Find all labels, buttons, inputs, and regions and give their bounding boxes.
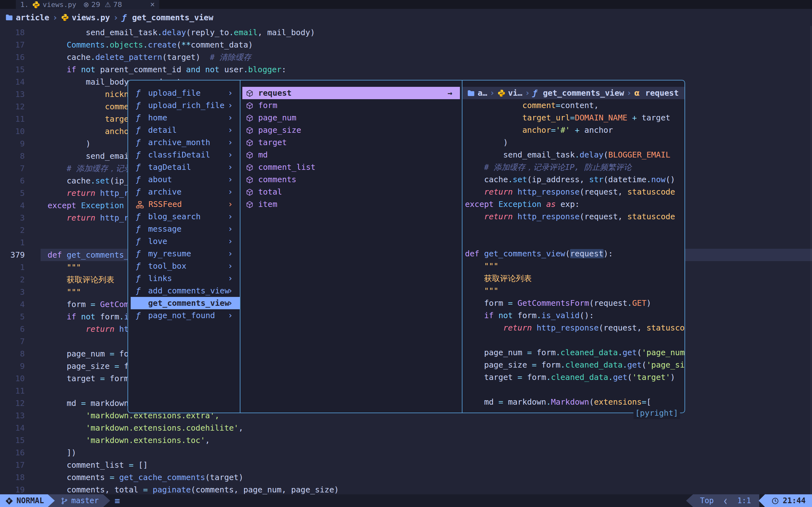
line-number: 7 [0,162,48,175]
navbuddy-parent-panel: ƒupload_file›ƒupload_rich_file›ƒhome›ƒde… [128,80,241,412]
breadcrumb-item[interactable]: ƒget_comments_view [122,13,213,22]
tab-views-py[interactable]: 1. views.py ⊗ 29 ⚠ 78 × [16,0,159,9]
symbol-links[interactable]: ƒlinks› [128,272,240,285]
symbol-get_comments_view[interactable]: ƒget_comments_view› [131,297,240,309]
preview-code-line: # 添加缓存，记录评论IP, 防止频繁评论 [462,161,684,173]
line-number: 14 [0,76,48,88]
line-number: 18 [0,26,48,39]
scroll-position: Top [700,496,714,505]
scroll-cursor-position: Top ‹ 1:1 [686,494,759,507]
symbol-archive[interactable]: ƒarchive› [128,186,240,198]
symbol-upload_file[interactable]: ƒupload_file› [128,87,240,99]
symbol-love[interactable]: ƒlove› [128,235,240,247]
code-line[interactable]: 15 if not parent_comment_id and not user… [0,63,812,76]
code-line[interactable]: 17 Comments.objects.create(**comment_dat… [0,39,812,51]
symbol-about[interactable]: ƒabout› [128,173,240,186]
chevron-right-icon: › [228,297,233,309]
symbol-add_comments_view[interactable]: ƒadd_comments_view› [128,285,240,297]
class-icon [136,201,144,209]
preview-code-line: md = markdown.Markdown(extensions=[ [462,396,684,408]
statusline: NORMAL master ≡ Top ‹ 1:1 21:44 [0,494,812,507]
function-icon: ƒ [136,286,141,295]
breadcrumb-item[interactable]: αrequest [634,87,679,99]
line-number: 13 [0,88,48,101]
chevron-right-icon: › [228,161,233,173]
chevron-right-icon: › [228,124,233,136]
symbol-page_not_found[interactable]: ƒpage_not_found› [128,309,240,322]
preview-code-line: if not form.is_valid(): [462,309,684,322]
line-number: 2 [0,224,48,236]
clock: 21:44 [759,494,812,507]
preview-code-line [462,334,684,346]
symbol-blog_search[interactable]: ƒblog_search› [128,210,240,223]
breadcrumb-item[interactable]: ƒget_comments_view [532,87,624,99]
symbol-form[interactable]: form [241,99,462,112]
line-number: 17 [0,459,48,471]
git-branch-icon [61,496,68,505]
breadcrumb-item[interactable]: vi… [497,87,522,99]
function-icon: ƒ [532,87,537,99]
symbol-request[interactable]: request→ [242,87,460,99]
symbol-home[interactable]: ƒhome› [128,112,240,124]
variable-icon [246,102,254,110]
mode-indicator: NORMAL [0,494,55,507]
symbol-tagDetail[interactable]: ƒtagDetail› [128,161,240,173]
python-icon [32,0,40,9]
code-line[interactable]: 15 'markdown.extensions.toc', [0,434,812,447]
chevron-right-icon: › [52,12,58,23]
symbol-upload_rich_file[interactable]: ƒupload_rich_file› [128,99,240,112]
code-line[interactable]: 16 ]) [0,447,812,459]
symbol-my_resume[interactable]: ƒmy_resume› [128,247,240,260]
function-icon: ƒ [122,13,126,22]
code-line[interactable]: 17 comment_list = [] [0,459,812,471]
preview-code-line: """ [462,260,684,272]
line-number: 4 [0,199,48,212]
symbol-md[interactable]: md [241,149,462,161]
chevron-right-icon: › [228,285,233,297]
git-branch-icon [61,497,68,505]
breadcrumb-item[interactable]: article [5,13,49,22]
symbol-classfiDetail[interactable]: ƒclassfiDetail› [128,149,240,161]
scrollbar[interactable] [810,26,812,494]
code-line[interactable]: 18 comments = get_cache_comments(target) [0,471,812,484]
code-line[interactable]: 14 'markdown.extensions.codehilite', [0,422,812,434]
line-number: 11 [0,385,48,397]
git-branch[interactable]: master [48,494,110,507]
navbuddy-symbol-panel: request→formpage_numpage_sizetargetmdcom… [241,80,462,412]
function-icon: ƒ [136,150,141,159]
chevron-right-icon: › [228,149,233,161]
code-line[interactable]: 18 send_email_task.delay(reply_to.email,… [0,26,812,39]
line-number: 3 [0,286,48,298]
line-number: 10 [0,372,48,385]
symbol-comments[interactable]: comments [241,173,462,186]
line-number: 9 [0,137,48,150]
symbol-RSSFeed[interactable]: RSSFeed› [128,198,240,210]
symbol-page_num[interactable]: page_num [241,112,462,124]
close-icon[interactable]: × [150,0,155,9]
symbol-tool_box[interactable]: ƒtool_box› [128,260,240,272]
breadcrumb-item[interactable]: views.py [61,13,110,22]
chevron-right-icon: › [228,235,233,247]
function-icon: ƒ [136,187,141,196]
menu-icon[interactable]: ≡ [114,496,120,506]
symbol-archive_month[interactable]: ƒarchive_month› [128,136,240,149]
cursor-position: 1:1 [737,496,751,505]
chevron-right-icon: › [490,87,495,99]
symbol-target[interactable]: target [241,136,462,149]
line-number: 3 [0,212,48,224]
symbol-item[interactable]: item [241,198,462,210]
symbol-message[interactable]: ƒmessage› [128,223,240,235]
symbol-comment_list[interactable]: comment_list [241,161,462,173]
breadcrumb-item[interactable]: a… [467,87,487,99]
preview-code-line [462,235,684,247]
symbol-detail[interactable]: ƒdetail› [128,124,240,136]
symbol-page_size[interactable]: page_size [241,124,462,136]
function-icon: ƒ [136,224,141,233]
symbol-total[interactable]: total [241,186,462,198]
warning-icon: ⚠ [105,1,111,9]
navbuddy-popup: ƒupload_file›ƒupload_rich_file›ƒhome›ƒde… [128,80,685,413]
line-number: 5 [0,187,48,199]
variable-icon [246,114,254,122]
code-line[interactable]: 16 cache.delete_pattern(target) # 清除缓存 [0,51,812,63]
variable-icon [246,126,254,135]
